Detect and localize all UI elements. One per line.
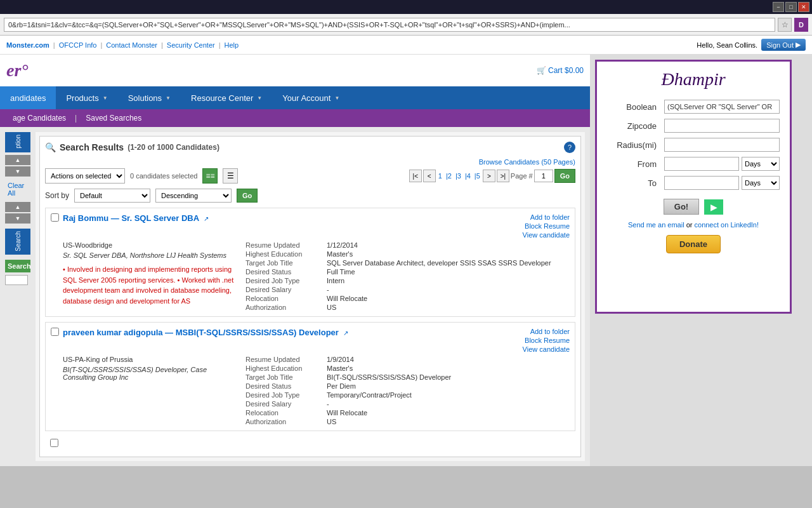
candidate-1-external-icon[interactable]: ↗ [204,215,209,222]
grid-view-icon[interactable]: ≡≡ [202,168,218,184]
target-job-value-1: SQL Server Database Architect, developer… [327,259,570,267]
go-row: Go! ▶ [605,199,782,215]
radius-label: Radius(mi) [605,135,662,154]
linkedin-link[interactable]: connect on LinkedIn! [695,221,759,229]
close-btn[interactable]: ✕ [798,2,809,12]
search-tab-label: Search [15,231,22,251]
help-button[interactable]: ? [564,142,575,153]
clear-all-link[interactable]: Clear All [5,179,30,199]
dhampir-go-button[interactable]: Go! [664,199,699,215]
candidate-3-checkbox[interactable] [50,439,58,447]
sort-order-select[interactable]: Descending [155,189,232,203]
candidate-2-right: Resume Updated 1/9/2014 Highest Educatio… [246,356,570,425]
send-email-link[interactable]: Send me an email [628,221,684,229]
actions-select[interactable]: Actions on selected [46,171,124,180]
nav-resource-center[interactable]: Resource Center ▼ [181,86,272,109]
cart-link[interactable]: 🛒 Cart $0.00 [537,66,584,75]
sidebar-arrow-down2[interactable]: ▼ [5,213,30,224]
list-view-icon[interactable]: ☰ [223,168,238,184]
last-page-btn[interactable]: >| [497,170,509,182]
candidate-1-add-folder[interactable]: Add to folder [523,213,570,221]
prev-page-btn[interactable]: < [423,170,436,182]
sub-nav-saved-label: Saved Searches [86,114,141,123]
page-4-link[interactable]: |4 [464,172,472,180]
maximize-btn[interactable]: □ [785,2,797,12]
candidate-2-add-folder[interactable]: Add to folder [523,328,570,335]
search-icon: 🔍 [45,142,56,152]
sort-label: Sort by [45,191,69,200]
page-3-link[interactable]: |3 [454,172,462,180]
from-input[interactable] [664,157,739,171]
to-input[interactable] [664,176,739,190]
candidate-2-external-icon[interactable]: ↗ [343,330,348,337]
first-page-btn[interactable]: |< [409,170,422,182]
site-name[interactable]: Monster.com [6,41,49,49]
boolean-input[interactable] [664,100,780,114]
next-page-btn[interactable]: > [483,170,495,182]
boolean-label: Boolean [605,97,662,116]
nav-solutions[interactable]: Solutions ▼ [118,86,181,109]
sub-nav-saved-searches[interactable]: Saved Searches [79,109,148,127]
results-count-text: (1-20 of 1000 Candidates) [128,143,219,152]
authorization-value-1: US [327,304,570,311]
candidate-3-row [45,436,575,451]
authorization-label-2: Authorization [246,418,322,425]
actions-select-wrapper[interactable]: Actions on selected [45,168,125,184]
sidebar-arrow-down[interactable]: ▼ [5,166,30,177]
sub-nav-manage-candidates[interactable]: age Candidates [6,109,72,127]
from-label: From [605,154,662,173]
sign-out-button[interactable]: Sign Out ▶ [761,39,806,51]
account-arrow-icon: ▼ [334,95,339,101]
nav-candidates[interactable]: andidates [0,86,56,109]
candidate-1-left: US-Woodbridge Sr. SQL Server DBA, Norths… [63,241,240,311]
sort-go-button[interactable]: Go [237,189,258,203]
sidebar-arrow-up[interactable]: ▲ [5,155,30,165]
page-go-button[interactable]: Go [554,169,575,183]
security-link[interactable]: Security Center [167,41,215,49]
to-days-select[interactable]: Days [742,176,780,190]
minimize-btn[interactable]: − [773,2,784,12]
candidate-2-location: US-PA-King of Prussia [63,356,240,363]
zipcode-input[interactable] [664,119,780,133]
candidate-2-block[interactable]: Block Resume [523,337,570,344]
help-link[interactable]: Help [225,41,239,49]
address-input[interactable] [4,18,775,32]
nav-your-account[interactable]: Your Account ▼ [272,86,350,109]
main-results: 🔍 Search Results (1-20 of 1000 Candidate… [36,132,585,461]
address-bar: ☆ D [0,14,812,36]
dhampir-arrow-button[interactable]: ▶ [704,199,723,215]
candidate-2-checkbox[interactable] [51,328,59,336]
candidate-2-view[interactable]: View candidate [523,345,570,353]
products-arrow-icon: ▼ [103,95,108,101]
dhampir-links: Send me an email or connect on LinkedIn! [605,221,782,229]
browse-candidates-link[interactable]: Browse Candidates (50 Pages) [45,158,575,166]
search-sidebar-input[interactable] [5,275,28,285]
page-2-link[interactable]: |2 [445,172,453,180]
highest-edu-label-2: Highest Education [246,364,322,372]
candidate-1-checkbox[interactable] [51,213,59,222]
contact-link[interactable]: Contact Monster [106,41,157,49]
sidebar-search-tab[interactable]: Search [5,229,30,255]
desired-job-value-2: Temporary/Contract/Project [327,391,570,399]
donate-button[interactable]: Donate [666,235,721,253]
table-row: Raj Bommu — Sr. SQL Server DBA ↗ Add to … [45,208,575,317]
radius-input[interactable] [664,138,780,152]
page-number-input[interactable] [534,170,553,182]
candidate-2-left: US-PA-King of Prussia BI(T-SQL/SSRS/SSIS… [63,356,240,425]
ofccp-link[interactable]: OFCCP Info [59,41,97,49]
candidate-1-name-link[interactable]: Raj Bommu — Sr. SQL Server DBA [63,213,199,223]
dhampir-form: Boolean Zipcode Radius(mi) [605,97,782,192]
nav-products[interactable]: Products ▼ [56,86,117,109]
search-button[interactable]: Search [5,260,30,272]
candidate-2-name-link[interactable]: praveen kumar adigopula — MSBI(T-SQL/SSR… [63,328,339,337]
candidate-1-block[interactable]: Block Resume [523,222,570,230]
sidebar-filter-tab[interactable]: ption [5,132,30,152]
candidate-1-view[interactable]: View candidate [523,231,570,239]
page-5-link[interactable]: |5 [473,172,481,180]
page-1-link[interactable]: 1 [437,172,443,180]
sort-by-select[interactable]: Default [74,189,150,203]
from-days-select[interactable]: Days [742,157,780,171]
sidebar-arrow-up2[interactable]: ▲ [5,202,30,212]
star-icon[interactable]: ☆ [778,18,792,32]
results-title: 🔍 Search Results (1-20 of 1000 Candidate… [45,142,219,152]
